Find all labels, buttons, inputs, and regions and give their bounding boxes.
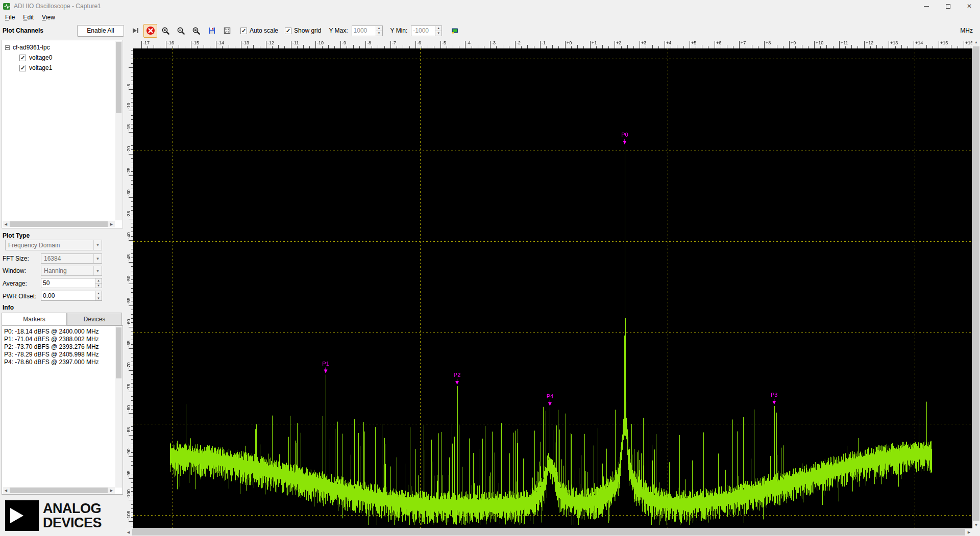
spin-up-icon[interactable]: ▲ [95,278,102,284]
info-tabs: Markers Devices [2,313,122,325]
y-max-field[interactable] [352,26,376,36]
plot-type-value: Frequency Domain [8,242,60,249]
fft-size-label: FFT Size: [3,255,29,262]
channel-tree-panel: cf-ad9361-lpc voltage0 voltage1 ◀ ▶ [2,40,123,228]
window-label: Window: [3,267,26,274]
maximize-button[interactable] [937,0,959,12]
checkbox-checked-icon [240,28,247,34]
tree-vertical-scrollbar[interactable] [115,41,122,220]
pwr-offset-field[interactable] [41,291,95,300]
show-grid-checkbox[interactable]: Show grid [285,27,321,34]
scroll-left-icon[interactable]: ◀ [3,221,9,227]
zoom-in-button[interactable] [159,24,173,38]
scrollbar-thumb[interactable] [10,488,108,493]
scrollbar-thumb[interactable] [116,327,121,378]
marker-list-item[interactable]: P1: -71.04 dBFS @ 2388.002 MHz [4,336,121,343]
pwr-offset-label: PWR Offset: [3,293,36,300]
spin-down-icon[interactable]: ▼ [95,296,102,301]
plot-channels-label: Plot Channels [3,27,43,34]
channel-label: voltage0 [29,54,52,61]
menu-file[interactable]: File [1,13,19,22]
auto-scale-checkbox[interactable]: Auto scale [240,27,278,34]
title-bar: ADI IIO Oscilloscope - Capture1 ✕ [0,0,980,12]
scroll-right-icon[interactable]: ▶ [108,221,115,227]
pwr-offset-spinner[interactable]: ▲▼ [95,291,102,300]
scrollbar-thumb[interactable] [973,46,979,521]
fft-size-select[interactable]: 16384 ▼ [41,253,102,264]
tab-markers[interactable]: Markers [2,313,67,325]
spin-down-icon[interactable]: ▼ [435,31,442,36]
minimize-button[interactable] [916,0,937,12]
save-plot-icon [208,27,216,35]
scroll-down-icon[interactable]: ▼ [972,522,980,528]
plot-vertical-scrollbar[interactable]: ▲ ▼ [972,39,980,528]
window-select[interactable]: Hanning ▼ [41,266,102,276]
channel-checkbox-icon[interactable] [19,65,26,71]
spectrum-plot[interactable] [133,48,972,528]
spin-up-icon[interactable]: ▲ [376,26,382,31]
spin-up-icon[interactable]: ▲ [435,26,442,31]
scrollbar-thumb[interactable] [10,221,108,227]
adi-triangle-icon [5,500,39,531]
scroll-right-icon[interactable]: ▶ [966,528,972,536]
plot-type-select[interactable]: Frequency Domain ▼ [5,240,102,250]
chevron-down-icon: ▼ [93,240,102,250]
y-max-spinbox: ▲▼ [352,25,383,36]
channel-row-voltage0[interactable]: voltage0 [2,51,122,61]
play-to-end-button[interactable] [128,24,142,38]
window-controls: ✕ [916,0,980,12]
window-value: Hanning [44,267,67,274]
zoom-out-button[interactable] [174,24,188,38]
app-icon [3,3,11,10]
marker-list-item[interactable]: P4: -78.60 dBFS @ 2397.000 MHz [4,359,121,366]
stop-capture-button[interactable] [143,24,157,38]
device-settings-icon [451,27,459,35]
scrollbar-thumb[interactable] [132,529,965,535]
chevron-down-icon: ▼ [93,254,102,263]
channel-checkbox-icon[interactable] [19,55,26,61]
y-min-spinner[interactable]: ▲▼ [435,26,442,36]
maximize-icon [946,4,950,9]
info-label: Info [3,304,14,311]
enable-all-button[interactable]: Enable All [77,25,124,37]
average-spinner[interactable]: ▲▼ [95,278,102,288]
scroll-left-icon[interactable]: ◀ [125,528,132,536]
window-fit-button[interactable] [220,24,234,38]
device-settings-button[interactable] [448,24,461,38]
close-button[interactable]: ✕ [959,0,980,12]
plot-horizontal-scrollbar[interactable]: ◀ ▶ [125,528,972,536]
marker-list-item[interactable]: P3: -78.29 dBFS @ 2405.998 MHz [4,351,121,359]
tree-horizontal-scrollbar[interactable]: ◀ ▶ [3,221,115,227]
spin-down-icon[interactable]: ▼ [95,284,102,288]
menu-edit[interactable]: Edit [19,13,38,22]
play-to-end-icon [131,27,139,35]
collapse-expander-icon[interactable] [5,45,10,50]
tab-devices[interactable]: Devices [67,313,122,325]
y-min-field[interactable] [411,26,435,36]
app-window: ADI IIO Oscilloscope - Capture1 ✕ File E… [0,0,980,536]
logo-line1: ANALOG [43,501,102,516]
scroll-up-icon[interactable]: ▲ [972,39,980,45]
scroll-right-icon[interactable]: ▶ [108,487,115,494]
scroll-left-icon[interactable]: ◀ [3,487,9,494]
show-grid-label: Show grid [294,27,321,34]
checkbox-checked-icon [285,28,291,34]
spin-down-icon[interactable]: ▼ [376,31,382,36]
scrollbar-thumb[interactable] [116,42,121,113]
average-field[interactable] [41,278,95,288]
y-min-label: Y Min: [390,27,408,34]
y-max-spinner[interactable]: ▲▼ [376,26,382,36]
markers-vertical-scrollbar[interactable] [115,326,122,488]
markers-horizontal-scrollbar[interactable]: ◀ ▶ [3,487,115,494]
zoom-fit-button[interactable] [189,24,203,38]
save-plot-button[interactable] [205,24,218,38]
marker-list-item[interactable]: P2: -73.70 dBFS @ 2393.276 MHz [4,343,121,351]
spin-up-icon[interactable]: ▲ [95,291,102,296]
marker-list-item[interactable]: P0: -18.14 dBFS @ 2400.000 MHz [4,328,121,336]
channel-row-voltage1[interactable]: voltage1 [2,61,122,71]
device-name: cf-ad9361-lpc [13,44,50,51]
x-axis-ruler [133,39,972,48]
menu-bar: File Edit View [0,12,980,22]
menu-view[interactable]: View [38,13,59,22]
tree-root-row[interactable]: cf-ad9361-lpc [2,40,122,51]
